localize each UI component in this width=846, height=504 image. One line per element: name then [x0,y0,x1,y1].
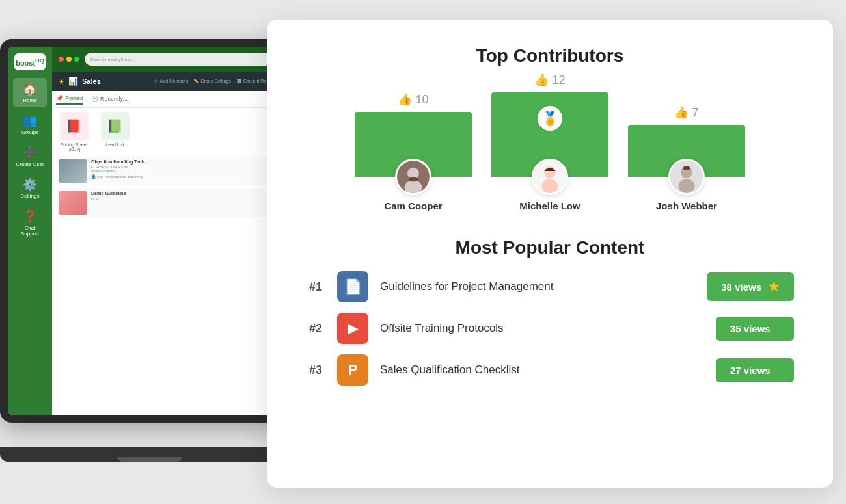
contributor-third: 👍 7 [628,105,745,211]
create-user-icon: ➕ [23,146,37,160]
sidebar-item-create-user[interactable]: ➕ Create User [13,142,47,171]
app-logo: boostHQ [14,53,46,70]
pin-icon: 📌 [56,95,63,101]
news-thumb-2 [59,191,87,215]
content-rank-2: #2 [306,322,325,336]
most-popular-section: Most Popular Content #1 📄 Guidelines for… [306,237,794,386]
news-thumb-1 [59,159,87,183]
michelle-low-avatar [534,159,566,195]
contributor-first: 👍 12 🏅 [491,73,608,211]
first-place-badge: 🏅 [536,104,564,133]
thumbs-icon-first: 👍 [534,73,549,87]
clock-icon: 🕐 [91,96,98,102]
contributor-name-third: Josh Webber [656,200,717,211]
svg-point-2 [405,180,422,194]
views-badge-3: 27 views [716,358,794,382]
add-members-button[interactable]: ➕ Add Members [153,79,188,84]
app-topbar: Search everything... [52,47,279,72]
views-badge-1: 38 views ★ [707,272,794,301]
sidebar-item-groups[interactable]: 👥 Groups [13,110,47,139]
traffic-lights [59,57,79,62]
thumbs-icon-third: 👍 [674,105,689,120]
content-name-2: Offsite Training Protocols [380,322,704,335]
traffic-yellow [66,57,72,62]
contributor-avatar-third[interactable] [668,159,705,195]
file-card-pdf[interactable]: 📕 Pricing Sheet (2017) [56,112,92,152]
app-sidebar: boostHQ 🏠 Home 👥 Groups ➕ Create User [8,47,52,415]
tab-recently[interactable]: 🕐 Recently... [91,95,128,105]
news-title-1: Objection Handling Tech... [91,159,272,164]
tabs-row: 📌 Pinned 🕐 Recently... [56,95,275,108]
cam-cooper-avatar [397,159,430,195]
file-label-xls: Lead List [105,142,124,147]
views-badge-2: 35 views [716,317,794,341]
svg-point-6 [542,179,558,193]
avatar-img-first [534,161,566,193]
group-settings-button[interactable]: ✏️ Group Settings [193,79,231,84]
groups-icon: 👥 [23,114,37,128]
logo-text: boostHQ [16,57,44,67]
search-bar[interactable]: Search everything... [85,53,272,66]
video-icon: ▶ [348,320,359,337]
news-user-name-1: Sep Barkhodaee [97,175,126,179]
group-chart-icon: 📊 [68,77,78,86]
news-content-2: Demo Guideline PDF [91,191,272,201]
news-item-1[interactable]: Objection Handling Tech... FORBES.COM • … [56,157,275,185]
featured-star-icon: ★ [768,279,780,295]
news-item-2[interactable]: Demo Guideline PDF [56,189,275,217]
group-header: ★ 📊 Sales ➕ Add Members ✏️ Group Setting… [52,72,279,91]
favorite-star-icon[interactable]: ★ [59,78,64,85]
contributor-second: 👍 10 [355,92,472,211]
sidebar-label-groups: Groups [21,129,38,135]
contributor-bar-second [355,112,472,177]
traffic-green [74,57,79,62]
laptop-body: boostHQ 🏠 Home 👥 Groups ➕ Create User [0,39,286,423]
app-main: Search everything... ★ 📊 Sales ➕ Add Mem… [52,47,279,415]
most-popular-title: Most Popular Content [306,237,794,258]
contributor-avatar-first[interactable] [532,159,568,195]
thumbs-icon-second: 👍 [398,92,412,107]
content-item-1[interactable]: #1 📄 Guidelines for Project Management 3… [306,271,794,302]
sidebar-label-settings: Settings [21,193,40,199]
laptop-base [0,447,299,462]
sidebar-item-support[interactable]: ❓ Chat Support [13,206,47,241]
file-label-pdf: Pricing Sheet (2017) [56,142,92,152]
avatar-img-third [670,161,703,193]
group-name: Sales [82,77,101,85]
content-item-3[interactable]: #3 P Sales Qualification Checklist 27 vi… [306,354,794,386]
contributor-likes-third: 👍 7 [674,105,698,120]
scene: boostHQ 🏠 Home 👥 Groups ➕ Create User [0,0,846,504]
contributor-likes-second: 👍 10 [398,92,428,107]
contributor-likes-first: 👍 12 [534,73,565,87]
pdf-icon-box: 📕 [60,112,89,140]
news-source-2: PDF [91,197,272,201]
laptop-mockup: boostHQ 🏠 Home 👥 Groups ➕ Create User [0,39,299,462]
svg-point-9 [679,179,695,193]
content-rank-1: #1 [306,280,325,294]
pdf-icon: 📕 [66,118,82,134]
settings-icon: ⚙️ [23,178,37,192]
tab-pinned[interactable]: 📌 Pinned [56,95,83,105]
contributor-avatar-second[interactable] [395,159,431,195]
right-panel: Top Contributors 👍 10 [267,20,833,488]
contributor-name-first: Michelle Low [519,200,580,211]
tab-pinned-label: Pinned [65,95,83,101]
content-item-2[interactable]: #2 ▶ Offsite Training Protocols 35 views [306,313,794,344]
search-placeholder: Search everything... [90,57,136,62]
xls-icon: 📗 [107,118,123,134]
file-card-xls[interactable]: 📗 Lead List [97,112,133,152]
top-contributors-section: Top Contributors 👍 10 [306,46,794,211]
content-icon-video: ▶ [337,313,368,344]
laptop-screen: boostHQ 🏠 Home 👥 Groups ➕ Create User [8,47,279,415]
ppt-icon: P [348,362,358,378]
top-contributors-title: Top Contributors [306,46,794,66]
sidebar-item-home[interactable]: 🏠 Home [13,78,47,107]
support-icon: ❓ [23,209,37,224]
views-count-2: 35 views [730,323,771,334]
content-name-1: Guidelines for Project Management [380,280,695,293]
likes-count-second: 10 [415,93,428,107]
xls-icon-box: 📗 [101,112,130,140]
tab-recently-label: Recently... [100,96,128,102]
content-name-3: Sales Qualification Checklist [380,364,704,377]
sidebar-item-settings[interactable]: ⚙️ Settings [13,174,47,203]
